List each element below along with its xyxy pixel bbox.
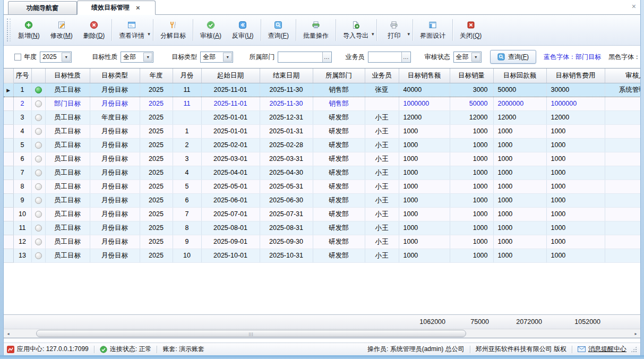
table-row[interactable]: 6员工目标月份目标202532025-03-012025-03-31研发部小王1… [4,152,640,166]
table-row[interactable]: ▶1员工目标月份目标2025112025-11-012025-11-30销售部张… [4,83,640,97]
tab-performance-targets[interactable]: 绩效目标管理 × [77,1,156,15]
cell-sales-qty: 1000 [450,235,493,249]
row-selector[interactable] [4,152,13,166]
row-selector[interactable] [4,193,13,207]
summary-type [90,315,140,329]
table-row[interactable]: 5员工目标月份目标202522025-02-012025-02-28研发部小王1… [4,138,640,152]
statusbar-separator [470,346,470,353]
table-row[interactable]: 13员工目标月份目标2025102025-10-012025-10-31研发部小… [4,249,640,262]
table-row[interactable]: 12员工目标月份目标202592025-09-012025-09-30研发部小王… [4,235,640,249]
scrollbar-thumb[interactable]: ||| [36,330,466,337]
add-button[interactable]: 新增(N) [13,16,45,44]
scroll-left-icon[interactable]: ◂ [4,329,13,338]
row-selector[interactable] [4,124,13,138]
col-header-month[interactable]: 月份 [173,69,201,83]
toolbar-drag-handle[interactable] [7,19,11,41]
ellipsis-browse-icon[interactable]: … [401,52,410,62]
chevron-down-icon[interactable]: ▾ [148,31,150,37]
row-selector[interactable] [4,235,13,249]
col-header-collection[interactable]: 目标回款额 [493,69,546,83]
col-header-salesman[interactable]: 业务员 [365,69,399,83]
year-select[interactable]: 2025 ▾ [40,52,72,63]
col-header-seq[interactable]: 序号 [13,69,31,83]
window-close-icon[interactable]: × [632,2,636,11]
chevron-down-icon[interactable]: ▾ [407,31,410,37]
cell-start-date: 2025-10-01 [201,249,260,262]
horizontal-scrollbar[interactable]: ◂ ||| ▸ [4,329,640,338]
col-header-auditor[interactable]: 审核人 [605,69,640,83]
batch-operation-button[interactable]: 批量操作 [298,16,334,44]
dept-input[interactable]: … [278,52,331,63]
col-header-dept[interactable]: 所属部门 [313,69,365,83]
table-row[interactable]: 3员工目标年度目标20252025-01-012025-12-31研发部小王12… [4,110,640,124]
row-selector[interactable] [4,110,13,124]
summary-collection: 2072000 [493,315,546,329]
col-header-start-date[interactable]: 起始日期 [201,69,260,83]
ui-design-button[interactable]: 界面设计 [415,16,451,44]
close-button[interactable]: 关闭(Q) [454,16,487,44]
cell-salesman: 小王 [365,138,399,152]
import-export-button[interactable]: 导入导出 [338,19,374,41]
audit-button[interactable]: 审核(A) [195,16,227,44]
message-center-link[interactable]: 消息提醒中心 [588,345,626,354]
row-selector[interactable] [4,166,13,180]
tab-close-icon[interactable]: × [135,4,141,12]
detail-panel-icon [127,20,136,30]
salesman-input[interactable]: … [368,52,411,63]
cell-start-date: 2025-07-01 [201,207,260,221]
scroll-right-icon[interactable]: ▸ [631,329,640,338]
chevron-down-icon[interactable]: ▾ [223,53,232,62]
target-nature-select[interactable]: 全部 ▾ [121,52,153,63]
cell-seq: 2 [13,97,31,110]
row-selector[interactable] [4,180,13,193]
year-checkbox[interactable] [14,54,21,61]
row-selector[interactable] [4,138,13,152]
cell-salesman: 小王 [365,207,399,221]
chevron-down-icon[interactable]: ▾ [62,53,71,62]
row-selector[interactable] [4,221,13,235]
row-selector[interactable] [4,97,13,110]
col-header-status[interactable] [31,69,45,83]
table-row[interactable]: 10员工目标月份目标202572025-07-012025-07-31研发部小王… [4,207,640,221]
delete-button[interactable]: 删除(D) [78,16,110,44]
col-header-type[interactable]: 目标类型 [90,69,140,83]
toolbar-separator [452,19,453,41]
summary-salesman [365,315,399,329]
col-header-expense[interactable]: 目标销售费用 [546,69,605,83]
decompose-target-button[interactable]: 分解目标 [155,16,191,44]
table-row[interactable]: 9员工目标月份目标202562025-06-012025-06-30研发部小王1… [4,193,640,207]
tab-function-nav[interactable]: 功能导航窗 [8,1,77,14]
chevron-down-icon[interactable]: ▾ [372,31,374,37]
table-row[interactable]: 11员工目标月份目标202582025-08-012025-08-31研发部小王… [4,221,640,235]
table-row[interactable]: 2部门目标月份目标2025112025-11-012025-11-30销售部10… [4,97,640,110]
col-header-sales-qty[interactable]: 目标销量 [450,69,493,83]
target-type-select[interactable]: 全部 ▾ [200,52,233,63]
statusbar-separator [572,346,572,353]
cell-sales-qty: 1000 [450,138,493,152]
chevron-down-icon[interactable]: ▾ [471,53,480,62]
row-selector[interactable]: ▶ [4,83,13,97]
audit-status-select[interactable]: 全部 ▾ [453,52,482,63]
grid-header-row: 序号目标性质目标类型年度月份起始日期结束日期所属部门业务员目标销售额目标销量目标… [4,69,640,83]
table-row[interactable]: 7员工目标月份目标202542025-04-012025-04-30研发部小王1… [4,166,640,180]
resize-grip[interactable] [631,346,637,353]
col-header-year[interactable]: 年度 [140,69,173,83]
scrollbar-track[interactable]: ||| [13,329,631,338]
row-selector[interactable] [4,249,13,262]
row-selector[interactable] [4,207,13,221]
unaudit-button[interactable]: 反审(U) [227,16,259,44]
print-button[interactable]: 打印 [379,19,409,41]
view-detail-button[interactable]: 查看详情 [114,19,150,41]
chevron-down-icon[interactable]: ▾ [143,53,152,62]
query-button[interactable]: 查询(F) [263,16,294,44]
table-row[interactable]: 8员工目标月份目标202552025-05-012025-05-31研发部小王1… [4,180,640,193]
col-header-sales-amount[interactable]: 目标销售额 [399,69,450,83]
col-header-end-date[interactable]: 结束日期 [260,69,313,83]
col-header-nature[interactable]: 目标性质 [45,69,90,83]
cell-expense: 12000 [546,110,605,124]
ellipsis-browse-icon[interactable]: … [322,52,331,62]
cell-year: 2025 [140,152,173,166]
edit-button[interactable]: 修改(M) [45,16,78,44]
search-button[interactable]: 查询(F) [490,50,536,64]
table-row[interactable]: 4员工目标月份目标202512025-01-012025-01-31研发部小王1… [4,124,640,138]
